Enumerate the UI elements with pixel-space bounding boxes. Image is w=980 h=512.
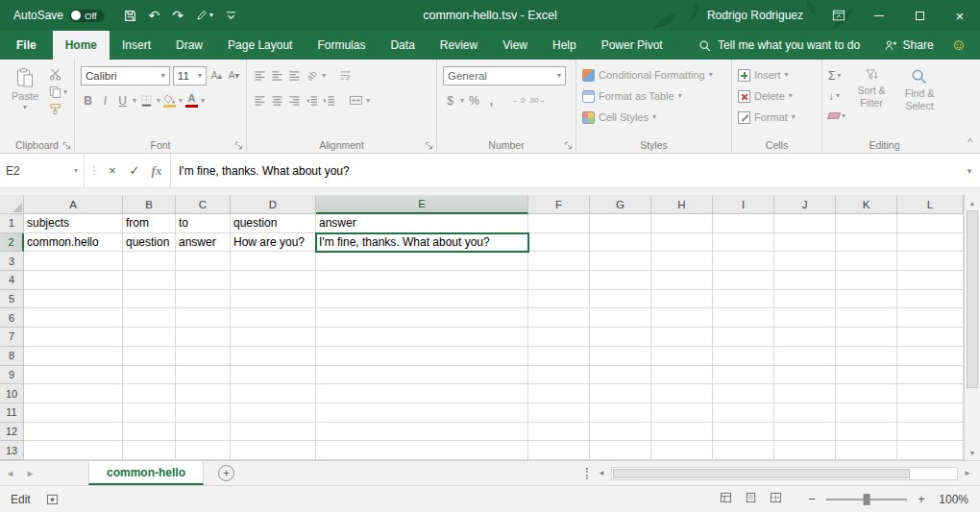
column-header-G[interactable]: G <box>590 195 651 214</box>
cell-J7[interactable] <box>774 328 836 347</box>
cell-A1[interactable]: subjects <box>24 214 123 233</box>
cell-E7[interactable] <box>316 328 528 347</box>
cell-I10[interactable] <box>713 384 774 403</box>
cell-F10[interactable] <box>528 384 590 403</box>
delete-cells-button[interactable]: Delete▾ <box>738 86 817 106</box>
cell-D10[interactable] <box>231 384 316 403</box>
cell-C11[interactable] <box>176 403 231 423</box>
cell-H13[interactable] <box>651 441 713 460</box>
cell-I12[interactable] <box>713 423 774 442</box>
insert-function-button[interactable]: fx <box>147 163 166 179</box>
row-header-12[interactable]: 12 <box>0 423 24 442</box>
cell-G13[interactable] <box>590 441 651 460</box>
page-break-view-button[interactable] <box>770 492 782 506</box>
cell-B8[interactable] <box>123 347 176 366</box>
cell-K1[interactable] <box>836 214 897 233</box>
conditional-formatting-button[interactable]: Conditional Formatting▾ <box>582 65 726 85</box>
cell-D13[interactable] <box>231 441 316 460</box>
cell-H4[interactable] <box>651 271 713 290</box>
wrap-text-button[interactable] <box>338 67 353 84</box>
cell-B1[interactable]: from <box>123 214 176 233</box>
cell-L13[interactable] <box>897 441 964 460</box>
customize-qat-button[interactable] <box>226 11 236 21</box>
row-header-9[interactable]: 9 <box>0 366 24 385</box>
row-header-4[interactable]: 4 <box>0 271 24 290</box>
cell-C1[interactable]: to <box>176 214 231 233</box>
cell-F5[interactable] <box>528 290 590 309</box>
cell-C10[interactable] <box>176 384 231 403</box>
sheet-nav-right-button[interactable]: ► <box>20 469 40 478</box>
format-as-table-button[interactable]: Format as Table▾ <box>582 86 726 106</box>
cell-K2[interactable] <box>836 233 897 253</box>
ribbon-tab-draw[interactable]: Draw <box>163 31 215 60</box>
column-header-H[interactable]: H <box>651 195 713 214</box>
cell-L11[interactable] <box>897 403 964 423</box>
vertical-scroll-track[interactable] <box>965 210 980 445</box>
column-header-F[interactable]: F <box>528 195 590 214</box>
cell-J2[interactable] <box>774 233 836 253</box>
cell-K12[interactable] <box>836 423 897 442</box>
cell-J11[interactable] <box>774 403 836 423</box>
cell-I6[interactable] <box>713 308 774 328</box>
column-header-E[interactable]: E <box>316 195 528 214</box>
cell-A6[interactable] <box>24 308 123 328</box>
cell-I8[interactable] <box>713 347 774 366</box>
cell-L2[interactable] <box>897 233 964 253</box>
cell-C2[interactable]: answer <box>176 233 231 253</box>
cell-E9[interactable] <box>316 366 528 385</box>
cell-C7[interactable] <box>176 328 231 347</box>
column-header-B[interactable]: B <box>123 195 176 214</box>
cell-J10[interactable] <box>774 384 836 403</box>
cell-styles-button[interactable]: Cell Styles▾ <box>582 108 726 127</box>
cell-K9[interactable] <box>836 366 897 385</box>
horizontal-scroll-thumb[interactable] <box>613 469 910 478</box>
cell-D6[interactable] <box>231 308 316 328</box>
cell-F8[interactable] <box>528 347 590 366</box>
cell-G2[interactable] <box>590 233 651 253</box>
cell-G5[interactable] <box>590 290 651 309</box>
cell-H7[interactable] <box>651 328 713 347</box>
cell-H6[interactable] <box>651 308 713 328</box>
cell-D9[interactable] <box>231 366 316 385</box>
macro-record-button[interactable] <box>46 494 59 505</box>
cell-K10[interactable] <box>836 384 897 403</box>
scroll-up-button[interactable]: ▲ <box>965 195 980 210</box>
autosave-switch[interactable]: Off <box>69 10 105 22</box>
cell-B5[interactable] <box>123 290 176 309</box>
cell-C8[interactable] <box>176 347 231 366</box>
number-dialog-launcher[interactable] <box>564 141 573 150</box>
font-name-select[interactable]: Calibri▾ <box>81 66 170 85</box>
orientation-button[interactable]: ab <box>305 67 319 84</box>
cell-L5[interactable] <box>897 290 964 309</box>
percent-style-button[interactable]: % <box>467 92 481 109</box>
number-format-select[interactable]: General▾ <box>443 66 566 85</box>
minimize-button[interactable] <box>859 0 899 31</box>
cell-A2[interactable]: common.hello <box>24 233 123 253</box>
zoom-level[interactable]: 100% <box>936 493 968 506</box>
borders-button[interactable] <box>139 92 154 109</box>
insert-cells-button[interactable]: Insert▾ <box>738 65 817 85</box>
cell-J12[interactable] <box>774 423 836 442</box>
cell-H8[interactable] <box>651 347 713 366</box>
cell-A10[interactable] <box>24 384 123 403</box>
cell-G7[interactable] <box>590 328 651 347</box>
cell-G4[interactable] <box>590 271 651 290</box>
align-center-button[interactable] <box>270 92 284 109</box>
ribbon-display-options-button[interactable] <box>819 0 859 31</box>
shrink-font-button[interactable]: A▾ <box>227 67 241 84</box>
cell-A7[interactable] <box>24 328 123 347</box>
tell-me-search[interactable]: Tell me what you want to do <box>698 31 860 60</box>
cell-A9[interactable] <box>24 366 123 385</box>
cell-H1[interactable] <box>651 214 713 233</box>
cell-I5[interactable] <box>713 290 774 309</box>
cell-J6[interactable] <box>774 308 836 328</box>
fill-button[interactable]: ↓▾ <box>828 87 845 104</box>
zoom-slider-thumb[interactable] <box>864 494 870 505</box>
cell-G1[interactable] <box>590 214 651 233</box>
horizontal-scroll-track[interactable] <box>611 467 958 480</box>
row-header-13[interactable]: 13 <box>0 441 24 460</box>
format-painter-button[interactable] <box>49 103 67 115</box>
redo-button[interactable]: ↷ <box>172 9 184 22</box>
cell-H9[interactable] <box>651 366 713 385</box>
zoom-in-button[interactable]: + <box>916 492 927 506</box>
